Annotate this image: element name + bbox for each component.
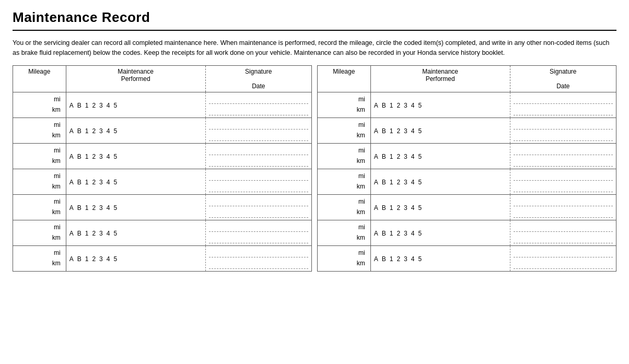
signature-cell [205, 143, 311, 169]
mileage-cell: mikm [13, 118, 66, 143]
date-label: Date [209, 83, 308, 90]
sig-line-top [209, 95, 308, 104]
intro-text: You or the servicing dealer can record a… [13, 38, 616, 58]
sig-area [209, 95, 308, 115]
maintenance-cell: A B 1 2 3 4 5 [66, 92, 205, 118]
signature-cell [510, 92, 616, 118]
table-row: mikm A B 1 2 3 4 5 [13, 92, 312, 118]
table-row: mikm AB12345 [13, 194, 312, 220]
mileage-cell: mikm [13, 92, 66, 118]
maintenance-cell: AB12345 [66, 194, 205, 220]
right-maintenance-table: Mileage MaintenancePerformed Signature D… [317, 65, 616, 272]
table-row: mikm AB12345 [13, 245, 312, 271]
left-header-maintenance: MaintenancePerformed [66, 65, 205, 92]
sig-label: Signature [514, 68, 613, 75]
maintenance-cell: AB12345 [66, 143, 205, 169]
table-row: mikm AB12345 [13, 143, 312, 169]
maintenance-cell: AB12345 [66, 220, 205, 245]
signature-cell [205, 169, 311, 194]
table-row: mikm AB12345 [318, 118, 616, 143]
signature-cell [205, 118, 311, 143]
left-header-mileage: Mileage [13, 65, 66, 92]
table-row: mikm AB12345 [318, 143, 616, 169]
table-row: mikm AB12345 [318, 169, 616, 194]
tables-container: Mileage MaintenancePerformed Signature D… [13, 65, 616, 272]
signature-cell [205, 220, 311, 245]
table-row: mikm AB12345 [318, 92, 616, 118]
sig-label: Signature [209, 68, 308, 75]
signature-cell [205, 245, 311, 271]
mileage-cell: mikm [13, 245, 66, 271]
signature-cell [205, 194, 311, 220]
mileage-cell: mikm [13, 169, 66, 194]
maintenance-cell: AB12345 [66, 118, 205, 143]
sig-line-bottom [209, 106, 308, 115]
right-header-mileage: Mileage [318, 65, 371, 92]
left-maintenance-table: Mileage MaintenancePerformed Signature D… [13, 65, 312, 272]
right-header-signature: Signature Date [510, 65, 616, 92]
table-row: mikm AB12345 [318, 194, 616, 220]
maintenance-cell: AB12345 [66, 169, 205, 194]
page-title: Maintenance Record [13, 9, 616, 26]
maintenance-cell: AB12345 [66, 245, 205, 271]
table-row: mikm AB12345 [318, 220, 616, 245]
mileage-cell: mikm [13, 220, 66, 245]
mileage-cell: mikm [13, 194, 66, 220]
mileage-cell: mikm [13, 143, 66, 169]
codes-row: A B 1 2 3 4 5 [69, 102, 202, 109]
table-row: mikm AB12345 [13, 220, 312, 245]
left-header-signature: Signature Date [205, 65, 311, 92]
table-row: mikm AB12345 [13, 169, 312, 194]
mi-km-display: mikm [16, 95, 63, 114]
date-label: Date [514, 83, 613, 90]
maintenance-cell: AB12345 [370, 92, 510, 118]
mileage-cell: mikm [318, 92, 371, 118]
table-row: mikm AB12345 [13, 118, 312, 143]
table-row: mikm AB12345 [318, 245, 616, 271]
right-header-maintenance: MaintenancePerformed [370, 65, 510, 92]
signature-cell [205, 92, 311, 118]
